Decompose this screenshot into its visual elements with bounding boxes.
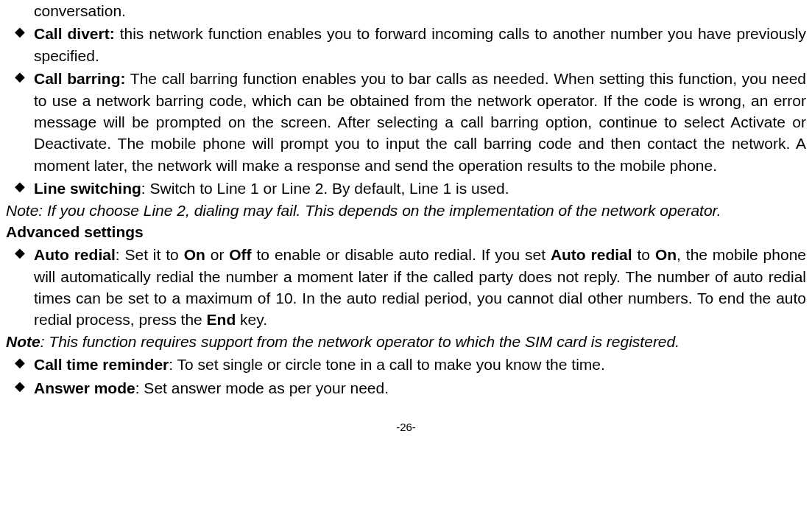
feature-label: Answer mode xyxy=(34,379,135,396)
bold-off: Off xyxy=(229,246,251,263)
t: : Set it to xyxy=(116,246,184,263)
note-label: Note xyxy=(6,333,40,350)
feature-label: Call time reminder xyxy=(34,356,169,373)
feature-label: Call divert: xyxy=(34,25,115,42)
bullet-call-barring: ◆ Call barring: The call barring functio… xyxy=(6,68,806,176)
bullet-call-time-reminder: ◆ Call time reminder: To set single or c… xyxy=(6,354,806,375)
t: key. xyxy=(236,311,267,328)
bullet-text: Call barring: The call barring function … xyxy=(34,68,806,176)
bullet-text: Call divert: this network function enabl… xyxy=(34,23,806,66)
bold-on: On xyxy=(655,246,677,263)
bullet-text: Answer mode: Set answer mode as per your… xyxy=(34,377,806,399)
bullet-answer-mode: ◆ Answer mode: Set answer mode as per yo… xyxy=(6,377,806,399)
text-line-conversation: conversation. xyxy=(6,0,806,21)
t: to enable or disable auto redial. If you… xyxy=(252,246,551,263)
feature-text: : To set single or circle tone in a call… xyxy=(169,356,605,373)
bullet-text: Call time reminder: To set single or cir… xyxy=(34,354,806,375)
feature-label: Auto redial xyxy=(34,246,116,263)
feature-label: Call barring: xyxy=(34,70,126,87)
diamond-icon: ◆ xyxy=(15,23,34,66)
note-line-2: Note: This function requires support fro… xyxy=(6,331,806,352)
feature-text: : Switch to Line 1 or Line 2. By default… xyxy=(141,180,509,197)
bold-end: End xyxy=(207,311,236,328)
feature-text: The call barring function enables you to… xyxy=(34,70,806,174)
diamond-icon: ◆ xyxy=(15,377,34,399)
feature-text: : Set answer mode as per your need. xyxy=(135,379,389,396)
bold-auto-redial: Auto redial xyxy=(551,246,632,263)
bullet-text: Auto redial: Set it to On or Off to enab… xyxy=(34,244,806,331)
bullet-call-divert: ◆ Call divert: this network function ena… xyxy=(6,23,806,66)
bullet-line-switching: ◆ Line switching: Switch to Line 1 or Li… xyxy=(6,178,806,199)
feature-text: this network function enables you to for… xyxy=(34,25,806,63)
diamond-icon: ◆ xyxy=(15,244,34,331)
t: to xyxy=(632,246,655,263)
document-content: conversation. ◆ Call divert: this networ… xyxy=(6,0,806,399)
heading-advanced-settings: Advanced settings xyxy=(6,221,806,242)
bullet-text: Line switching: Switch to Line 1 or Line… xyxy=(34,178,806,199)
bold-on: On xyxy=(184,246,205,263)
page-number: -26- xyxy=(6,419,806,435)
t: or xyxy=(205,246,229,263)
note-line-1: Note: If you choose Line 2, dialing may … xyxy=(6,200,806,221)
note-text: : This function requires support from th… xyxy=(40,333,679,350)
diamond-icon: ◆ xyxy=(15,354,34,375)
diamond-icon: ◆ xyxy=(15,68,34,176)
bullet-auto-redial: ◆ Auto redial: Set it to On or Off to en… xyxy=(6,244,806,331)
diamond-icon: ◆ xyxy=(15,178,34,199)
feature-label: Line switching xyxy=(34,180,141,197)
